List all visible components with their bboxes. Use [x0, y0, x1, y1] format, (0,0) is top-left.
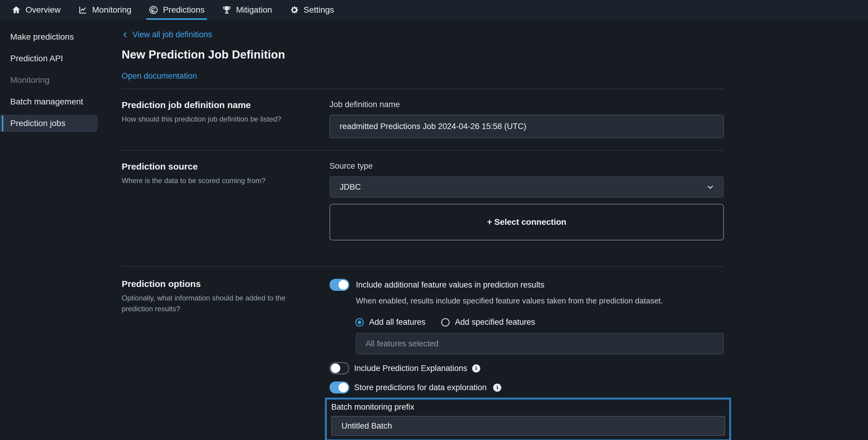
- nav-item-label: Monitoring: [92, 5, 131, 15]
- section-heading: Prediction job definition name: [122, 100, 313, 110]
- feature-radio-group: Add all features Add specified features: [355, 317, 724, 327]
- batch-prefix-input[interactable]: Untitled Batch: [331, 416, 725, 436]
- batch-prefix-label: Batch monitoring prefix: [331, 403, 725, 412]
- radio-label: Add specified features: [455, 317, 535, 327]
- nav-item-mitigation[interactable]: Mitigation: [222, 0, 272, 20]
- nav-item-label: Mitigation: [236, 5, 272, 15]
- sidebar-item-monitoring: Monitoring: [0, 71, 98, 89]
- section-description: How should this prediction job definitio…: [122, 114, 313, 125]
- top-nav: Overview Monitoring Predictions Mitigati…: [0, 0, 868, 20]
- source-type-label: Source type: [330, 162, 724, 171]
- predictions-spiral-icon: [149, 5, 158, 15]
- radio-add-all-features[interactable]: Add all features: [355, 317, 426, 327]
- section-job-name-fields: Job definition name readmitted Predictio…: [330, 100, 724, 138]
- main-content: View all job definitions New Prediction …: [122, 20, 724, 440]
- sidebar-item-prediction-api[interactable]: Prediction API: [0, 50, 98, 67]
- section-description: Where is the data to be scored coming fr…: [122, 175, 313, 186]
- radio-label: Add all features: [369, 317, 426, 327]
- job-name-label: Job definition name: [330, 100, 724, 109]
- include-features-row: Include additional feature values in pre…: [330, 279, 724, 291]
- include-features-toggle[interactable]: [330, 279, 349, 291]
- nav-item-label: Overview: [26, 5, 61, 15]
- sidebar: Make predictions Prediction API Monitori…: [0, 20, 122, 440]
- sidebar-item-label: Batch management: [10, 97, 83, 106]
- sidebar-item-label: Make predictions: [10, 32, 74, 42]
- section-prediction-source-info: Prediction source Where is the data to b…: [122, 162, 330, 240]
- prediction-explanations-toggle[interactable]: [330, 362, 349, 374]
- info-icon[interactable]: [472, 364, 480, 372]
- prediction-explanations-row: Include Prediction Explanations: [330, 362, 724, 374]
- gear-icon: [289, 5, 299, 15]
- section-job-name-info: Prediction job definition name How shoul…: [122, 100, 330, 138]
- back-link[interactable]: View all job definitions: [122, 30, 212, 39]
- store-predictions-label: Store predictions for data exploration: [354, 383, 487, 392]
- include-features-help: When enabled, results include specified …: [356, 296, 724, 306]
- nav-item-label: Predictions: [163, 5, 205, 15]
- info-icon[interactable]: [493, 383, 501, 392]
- chevron-down-icon: [706, 182, 715, 192]
- section-prediction-options-info: Prediction options Optionally, what info…: [122, 279, 330, 440]
- source-type-value: JDBC: [340, 182, 361, 192]
- section-prediction-source: Prediction source Where is the data to b…: [122, 151, 724, 259]
- section-description: Optionally, what information should be a…: [122, 293, 313, 314]
- features-input[interactable]: All features selected: [356, 333, 724, 354]
- nav-item-settings[interactable]: Settings: [289, 0, 334, 20]
- radio-unselected-icon: [441, 318, 450, 327]
- trophy-icon: [222, 5, 231, 15]
- section-heading: Prediction options: [122, 279, 313, 289]
- sidebar-item-label: Prediction jobs: [10, 119, 65, 128]
- nav-item-monitoring[interactable]: Monitoring: [78, 0, 131, 20]
- radio-add-specified-features[interactable]: Add specified features: [441, 317, 535, 327]
- page-title: New Prediction Job Definition: [122, 48, 724, 61]
- include-features-label: Include additional feature values in pre…: [356, 280, 544, 290]
- home-icon: [11, 5, 21, 15]
- section-job-name: Prediction job definition name How shoul…: [122, 89, 724, 142]
- nav-item-label: Settings: [304, 5, 334, 15]
- prediction-explanations-label: Include Prediction Explanations: [354, 364, 467, 373]
- job-name-input[interactable]: readmitted Predictions Job 2024-04-26 15…: [330, 115, 724, 138]
- section-prediction-options-fields: Include additional feature values in pre…: [330, 279, 724, 440]
- batch-prefix-value: Untitled Batch: [341, 421, 392, 431]
- section-prediction-source-fields: Source type JDBC + Select connection: [330, 162, 724, 240]
- job-name-value: readmitted Predictions Job 2024-04-26 15…: [340, 122, 526, 131]
- features-placeholder: All features selected: [366, 339, 438, 348]
- nav-item-predictions[interactable]: Predictions: [149, 0, 205, 20]
- sidebar-item-batch-management[interactable]: Batch management: [0, 93, 98, 110]
- chevron-left-icon: [122, 31, 129, 38]
- documentation-link[interactable]: Open documentation: [122, 71, 197, 81]
- back-link-label: View all job definitions: [132, 30, 212, 39]
- source-type-select[interactable]: JDBC: [330, 176, 724, 198]
- nav-item-overview[interactable]: Overview: [11, 0, 61, 20]
- section-heading: Prediction source: [122, 162, 313, 172]
- radio-selected-icon: [355, 318, 364, 327]
- batch-monitoring-highlight: Batch monitoring prefix Untitled Batch: [325, 398, 731, 440]
- store-predictions-row: Store predictions for data exploration: [330, 381, 724, 394]
- sidebar-item-label: Monitoring: [10, 75, 50, 85]
- sidebar-item-label: Prediction API: [10, 54, 63, 63]
- sidebar-item-make-predictions[interactable]: Make predictions: [0, 28, 98, 46]
- select-connection-button[interactable]: + Select connection: [330, 204, 724, 240]
- store-predictions-toggle[interactable]: [330, 381, 349, 394]
- section-prediction-options: Prediction options Optionally, what info…: [122, 267, 724, 440]
- sidebar-item-prediction-jobs[interactable]: Prediction jobs: [0, 115, 98, 132]
- line-chart-icon: [78, 5, 88, 15]
